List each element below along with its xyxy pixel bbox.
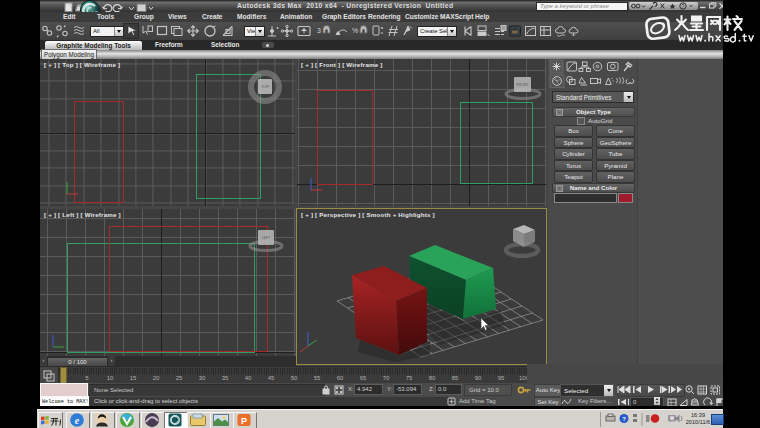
svg-text:LEFT: LEFT bbox=[262, 236, 272, 240]
svg-text:3: 3 bbox=[317, 27, 321, 34]
svg-text:P: P bbox=[241, 416, 247, 426]
svg-text:%: % bbox=[352, 27, 358, 34]
svg-text:?: ? bbox=[622, 416, 626, 422]
svg-text:e: e bbox=[75, 414, 80, 425]
svg-text:FRONT: FRONT bbox=[516, 83, 529, 87]
svg-text:?: ? bbox=[682, 3, 685, 9]
svg-text:TOP: TOP bbox=[261, 84, 269, 89]
